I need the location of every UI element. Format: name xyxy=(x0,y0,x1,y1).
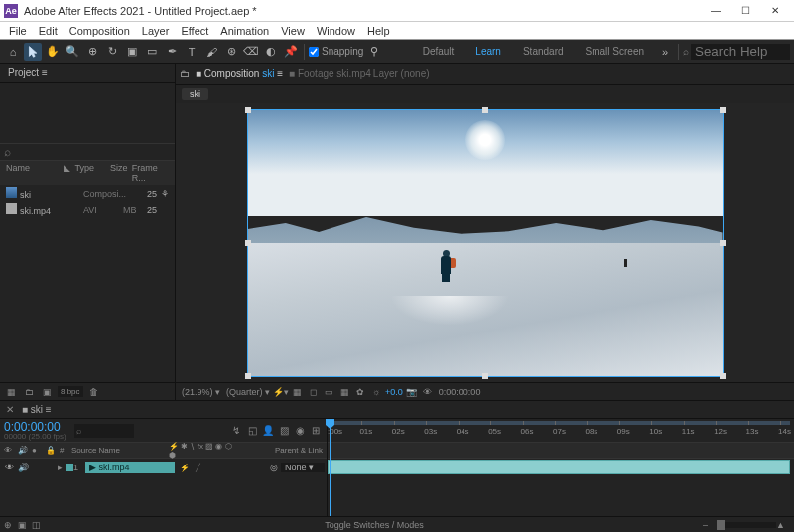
new-folder-icon[interactable]: 🗀 xyxy=(22,385,36,399)
grid-guide-icon[interactable]: ▦ xyxy=(337,385,351,399)
transform-handle[interactable] xyxy=(245,107,251,113)
transparency-grid-icon[interactable]: ▦ xyxy=(290,385,304,399)
menu-layer[interactable]: Layer xyxy=(137,25,175,37)
menu-composition[interactable]: Composition xyxy=(65,25,135,37)
zoom-in-icon[interactable]: ▲ xyxy=(776,520,790,530)
parent-dropdown[interactable]: None ▾ xyxy=(281,463,325,472)
menu-help[interactable]: Help xyxy=(362,25,395,37)
time-ruler[interactable]: :00s 01s 02s 03s 04s 05s 06s 07s 08s 09s… xyxy=(328,419,794,443)
viewer-frame[interactable] xyxy=(247,109,724,377)
comp-mini-flowchart-icon[interactable]: ↯ xyxy=(229,424,243,438)
puppet-tool[interactable]: 📌 xyxy=(282,43,300,61)
fast-previews-icon[interactable]: ⚡▾ xyxy=(274,385,288,399)
layer-visibility-icon[interactable]: 👁 xyxy=(2,463,16,472)
workspace-standard[interactable]: Standard xyxy=(513,44,574,59)
transform-handle[interactable] xyxy=(720,373,726,379)
workspace-default[interactable]: Default xyxy=(413,44,464,59)
frame-blend-icon[interactable]: ▨ xyxy=(277,424,291,438)
toggle-switches-modes[interactable]: Toggle Switches / Modes xyxy=(46,520,703,530)
comp-nav-icon[interactable]: 🗀 xyxy=(180,68,190,79)
zoom-out-icon[interactable]: – xyxy=(703,520,717,530)
project-search[interactable]: ⌕ xyxy=(0,143,175,161)
graph-editor-icon[interactable]: ⊞ xyxy=(309,424,323,438)
layer-tab[interactable]: Layer (none) xyxy=(373,68,430,79)
delete-icon[interactable]: 🗑 xyxy=(87,385,101,399)
zoom-dropdown[interactable]: (21.9%) ▾ xyxy=(180,387,222,397)
interpret-footage-icon[interactable]: ▦ xyxy=(4,385,18,399)
workspace-learn[interactable]: Learn xyxy=(465,44,511,59)
workspace-small-screen[interactable]: Small Screen xyxy=(576,44,654,59)
layer-name[interactable]: ▶ ski.mp4 xyxy=(85,462,175,473)
composition-tab[interactable]: ■ Composition ski ≡ xyxy=(192,68,287,79)
transfer-controls-icon[interactable]: ◫ xyxy=(32,520,46,530)
transform-handle[interactable] xyxy=(720,240,726,246)
home-icon[interactable]: ⌂ xyxy=(4,43,22,61)
exposure-value[interactable]: +0.0 xyxy=(385,387,403,397)
window-close[interactable]: ✕ xyxy=(760,1,790,21)
channel-icon[interactable]: ✿ xyxy=(353,385,367,399)
window-minimize[interactable]: — xyxy=(701,1,730,21)
footage-tab[interactable]: ■ Footage ski.mp4 xyxy=(289,68,371,79)
parent-pickwhip-icon[interactable]: ◎ xyxy=(270,463,278,472)
menu-file[interactable]: File xyxy=(4,25,32,37)
work-area[interactable] xyxy=(328,421,790,425)
menu-edit[interactable]: Edit xyxy=(34,25,63,37)
reset-exposure-icon[interactable]: ☼ xyxy=(369,385,383,399)
motion-blur-icon[interactable]: ◉ xyxy=(293,424,307,438)
menu-window[interactable]: Window xyxy=(312,25,360,37)
timeline-layer[interactable]: 👁 🔊 ▸ 1 ▶ ski.mp4 ⚡ ╱ ◎ None ▾ xyxy=(0,459,327,476)
search-help-input[interactable] xyxy=(691,44,790,60)
hand-tool[interactable]: ✋ xyxy=(44,43,62,61)
window-maximize[interactable]: ☐ xyxy=(730,1,760,21)
transform-handle[interactable] xyxy=(482,107,488,113)
layer-bar[interactable] xyxy=(328,460,790,474)
layer-switches-icon[interactable]: ▣ xyxy=(18,520,32,530)
transform-handle[interactable] xyxy=(245,373,251,379)
pen-tool[interactable]: ✒ xyxy=(163,43,181,61)
selection-tool[interactable] xyxy=(24,43,42,61)
orbit-camera-tool[interactable]: ⊕ xyxy=(83,43,101,61)
transform-handle[interactable] xyxy=(245,240,251,246)
transform-handle[interactable] xyxy=(720,107,726,113)
draft-3d-icon[interactable]: ◱ xyxy=(245,424,259,438)
snapshot-icon[interactable]: 📷 xyxy=(405,385,419,399)
mask-visibility-icon[interactable]: ◻ xyxy=(306,385,320,399)
anchor-point-tool[interactable]: ▣ xyxy=(123,43,141,61)
preview-time[interactable]: 0:00:00:00 xyxy=(437,387,483,397)
snapping-options[interactable]: ⚲ xyxy=(365,43,383,61)
current-time-indicator[interactable] xyxy=(330,419,331,516)
project-item[interactable]: ski.mp4 AVI MB 25 xyxy=(0,201,175,218)
show-snapshot-icon[interactable]: 👁 xyxy=(421,385,435,399)
zoom-handle-icon[interactable]: ⊕ xyxy=(4,520,18,530)
roto-brush-tool[interactable]: ◐ xyxy=(262,43,280,61)
switch-quality[interactable]: ╱ xyxy=(192,464,203,472)
clone-stamp-tool[interactable]: ⊛ xyxy=(222,43,240,61)
snapping-toggle[interactable]: Snapping xyxy=(309,46,363,57)
layer-color[interactable] xyxy=(66,464,73,471)
transform-handle[interactable] xyxy=(482,373,488,379)
comp-subtab[interactable]: ski xyxy=(182,88,208,100)
layer-track[interactable] xyxy=(328,459,794,476)
zoom-slider[interactable] xyxy=(717,522,776,528)
bit-depth[interactable]: 8 bpc xyxy=(58,386,83,397)
shy-icon[interactable]: 👤 xyxy=(261,424,275,438)
region-interest-icon[interactable]: ▭ xyxy=(322,385,335,399)
switch-collapse[interactable]: ⚡ xyxy=(179,464,191,472)
new-comp-icon[interactable]: ▣ xyxy=(40,385,54,399)
timeline-tracks[interactable]: :00s 01s 02s 03s 04s 05s 06s 07s 08s 09s… xyxy=(328,419,794,516)
eraser-tool[interactable]: ⌫ xyxy=(242,43,260,61)
rectangle-tool[interactable]: ▭ xyxy=(143,43,161,61)
resolution-dropdown[interactable]: (Quarter) ▾ xyxy=(224,387,272,397)
timeline-tab[interactable]: ■ ski ≡ xyxy=(22,404,52,415)
menu-animation[interactable]: Animation xyxy=(215,25,274,37)
project-tab[interactable]: Project ≡ xyxy=(0,64,175,83)
render-queue-icon[interactable]: ✕ xyxy=(6,404,18,415)
project-item[interactable]: ski Composi... 25 ⚘ xyxy=(0,185,175,201)
layer-audio-icon[interactable]: 🔊 xyxy=(16,463,30,472)
composition-viewport[interactable] xyxy=(176,103,794,382)
workspace-overflow[interactable]: » xyxy=(656,43,674,61)
rotation-tool[interactable]: ↻ xyxy=(103,43,121,61)
brush-tool[interactable]: 🖌 xyxy=(202,43,220,61)
type-tool[interactable]: T xyxy=(183,43,200,61)
menu-view[interactable]: View xyxy=(276,25,310,37)
